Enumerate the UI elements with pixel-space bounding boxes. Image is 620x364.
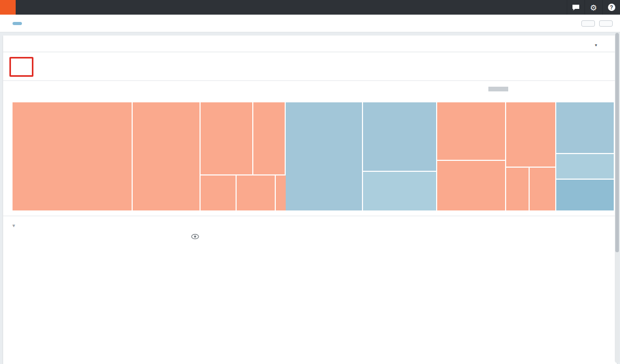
cost-centers-section: [3, 81, 617, 216]
nav-right-icons: ⚙ ?: [567, 0, 620, 15]
treemap-legend: [488, 85, 607, 93]
cost-centers-treemap: [13, 102, 614, 210]
open-plan-button[interactable]: [599, 20, 613, 27]
new-badge: [13, 22, 22, 25]
help-icon[interactable]: ?: [602, 0, 620, 15]
chat-icon[interactable]: [567, 0, 584, 15]
treemap-block[interactable]: [237, 175, 275, 210]
opex-total-highlight: [9, 57, 33, 77]
budget-summary-panel: ▾: [3, 36, 617, 364]
currency-dropdown[interactable]: ▾: [595, 41, 597, 52]
composition-title: ▾: [13, 221, 607, 229]
view-line-items-link[interactable]: [191, 234, 431, 239]
eye-icon: [191, 234, 199, 239]
monthly-line-chart: [190, 233, 431, 334]
chevron-down-icon: ▾: [595, 43, 597, 48]
treemap-block[interactable]: [363, 172, 436, 210]
treemap-block[interactable]: [363, 102, 436, 171]
treemap-block[interactable]: [201, 102, 252, 174]
header-buttons: [581, 20, 613, 27]
page-scrollbar: [615, 32, 619, 363]
treemap-block-operations[interactable]: [13, 102, 132, 210]
line-y-axis: [190, 243, 214, 332]
treemap-block[interactable]: [253, 102, 285, 174]
bar-y-axis: [146, 233, 171, 325]
line-plot: [214, 243, 419, 333]
treemap-block[interactable]: [437, 161, 505, 210]
top-nav: ⚙ ?: [0, 0, 620, 15]
treemap-block[interactable]: [556, 154, 614, 179]
treemap-block[interactable]: [133, 102, 200, 210]
treemap-block[interactable]: [276, 175, 286, 210]
kpi-row: [3, 52, 617, 81]
update-reference-data-button[interactable]: [581, 20, 595, 27]
no-target-swatch: [488, 87, 508, 91]
treemap-block[interactable]: [506, 102, 555, 167]
target-variance-gradient: [516, 87, 607, 91]
treemap-block-facilities[interactable]: [286, 102, 362, 210]
cost-pool-bar-chart: [146, 233, 177, 334]
summary-header: ▾: [3, 36, 617, 52]
treemap-block[interactable]: [201, 175, 236, 210]
composition-section: ▾: [3, 216, 617, 334]
chevron-down-icon: ▾: [13, 223, 15, 228]
treemap-block-applications[interactable]: [437, 102, 505, 160]
app-logo-icon[interactable]: [0, 0, 16, 15]
treemap-block-office-of-the-cio[interactable]: [556, 180, 614, 210]
page-header: [0, 15, 620, 32]
treemap-block[interactable]: [506, 168, 529, 210]
treemap-block-business-services[interactable]: [556, 102, 614, 153]
gear-icon[interactable]: ⚙: [584, 0, 602, 15]
treemap-block[interactable]: [530, 168, 555, 210]
scrollbar-thumb[interactable]: [615, 33, 619, 252]
